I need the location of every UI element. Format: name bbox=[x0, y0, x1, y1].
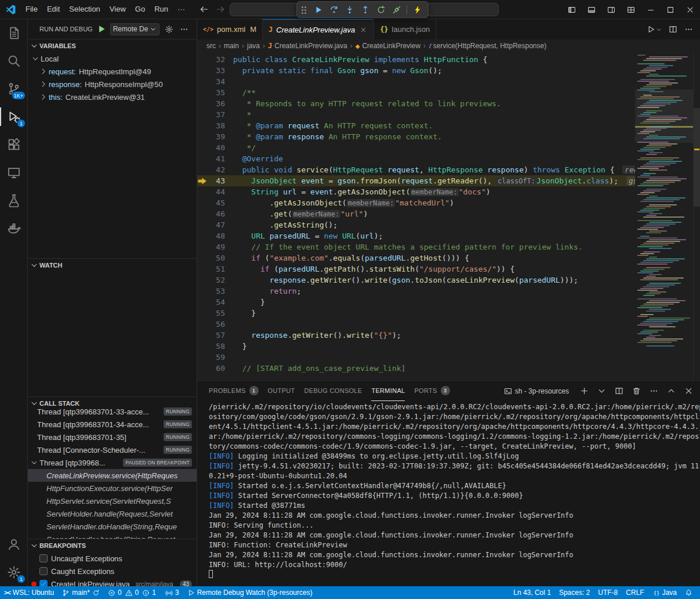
split-editor-button[interactable] bbox=[669, 25, 677, 34]
breadcrumb-item[interactable]: ◆CreateLinkPreview bbox=[356, 42, 420, 50]
toggle-secondary-sidebar-button[interactable] bbox=[601, 0, 621, 19]
breadcrumb-item[interactable]: java bbox=[247, 42, 260, 50]
status-cursor-position[interactable]: Ln 43, Col 1 bbox=[509, 586, 555, 599]
tab-launch.json[interactable]: {}launch.json bbox=[374, 19, 436, 39]
stack-frame[interactable]: ScopedHandler.handle(String,Request bbox=[28, 533, 197, 539]
split-terminal-button[interactable] bbox=[613, 385, 625, 397]
code-line-34[interactable]: 34 bbox=[197, 76, 635, 87]
breakpoints-section-header[interactable]: BREAKPOINTS bbox=[28, 539, 197, 552]
status-branch[interactable]: main* bbox=[58, 586, 104, 599]
code-line-57[interactable]: 57 response.getWriter().write("{}"); bbox=[197, 330, 635, 341]
code-line-58[interactable]: 58 } bbox=[197, 341, 635, 352]
stack-frame[interactable]: HttpServlet.service(ServletRequest,S bbox=[28, 495, 197, 507]
code-line-55[interactable]: 55 } bbox=[197, 308, 635, 319]
status-notifications[interactable] bbox=[681, 586, 697, 599]
breadcrumb-item[interactable]: fservice(HttpRequest, HttpResponse) bbox=[429, 42, 546, 50]
breadcrumb-item[interactable]: JCreateLinkPreview.java bbox=[268, 42, 347, 50]
code-line-38[interactable]: 38 * @param request An HTTP request cont… bbox=[197, 120, 635, 131]
variable-row[interactable]: response:HttpResponseImpl@50 bbox=[28, 78, 197, 91]
new-terminal-button[interactable] bbox=[578, 385, 590, 397]
line-number[interactable]: 52 bbox=[208, 275, 225, 286]
back-button[interactable] bbox=[198, 3, 211, 16]
code-line-44[interactable]: 44 String url = event.getAsJsonObject(me… bbox=[197, 186, 635, 197]
variable-row[interactable]: request:HttpRequestImpl@49 bbox=[28, 65, 197, 78]
stack-frame[interactable]: HttpFunctionExecutor.service(HttpSer bbox=[28, 482, 197, 495]
tab-pom.xml[interactable]: </>pom.xmlM bbox=[197, 19, 263, 39]
breadcrumb-item[interactable]: main bbox=[224, 42, 239, 50]
run-or-debug-button[interactable] bbox=[647, 25, 662, 34]
terminal-profile-dropdown-button[interactable] bbox=[596, 385, 607, 397]
status-debug-session[interactable]: Remote Debug Watch (3p-resources) bbox=[183, 586, 317, 599]
status-remote[interactable]: ><WSL: Ubuntu bbox=[0, 586, 58, 599]
terminal-output[interactable]: /pierrick/.m2/repository/io/cloudevents/… bbox=[197, 401, 700, 586]
variable-row[interactable]: this:CreateLinkPreview@31 bbox=[28, 91, 197, 103]
breakpoint-checkbox[interactable] bbox=[39, 580, 48, 586]
activitybar-extensions[interactable] bbox=[0, 131, 27, 158]
line-number[interactable]: 51 bbox=[208, 264, 225, 275]
line-number[interactable]: 38 bbox=[208, 120, 225, 131]
customize-layout-button[interactable] bbox=[621, 0, 641, 19]
terminal-instance[interactable]: sh - 3p-resources bbox=[504, 387, 569, 395]
start-debugging-button[interactable] bbox=[96, 24, 107, 34]
minimap[interactable] bbox=[635, 52, 693, 380]
more-panel-actions-button[interactable] bbox=[648, 385, 659, 397]
status-problems[interactable]: 001 bbox=[104, 586, 161, 599]
call-stack-thread[interactable]: Thread [qtp399683701-33-acce...RUNNING bbox=[28, 405, 197, 418]
menu-selection[interactable]: Selection bbox=[64, 2, 104, 16]
debug-current-line-arrow-icon[interactable] bbox=[197, 176, 208, 186]
menu-overflow[interactable]: ··· bbox=[173, 2, 190, 16]
menu-file[interactable]: File bbox=[21, 2, 42, 16]
panel-tab-output[interactable]: OUTPUT bbox=[268, 381, 295, 401]
code-line-50[interactable]: 50 if ("example.com".equals(parsedURL.ge… bbox=[197, 252, 635, 264]
line-number[interactable]: 57 bbox=[208, 330, 225, 341]
status-encoding[interactable]: UTF-8 bbox=[594, 586, 622, 599]
step-out-button[interactable] bbox=[358, 2, 372, 17]
line-number[interactable]: 39 bbox=[208, 131, 225, 142]
status-eol[interactable]: CRLF bbox=[622, 586, 648, 599]
more-editor-actions-button[interactable] bbox=[684, 25, 693, 34]
breakpoint-checkbox[interactable] bbox=[39, 554, 48, 562]
stack-frame[interactable]: ServletHolder.handle(Request,Servlet bbox=[28, 507, 197, 520]
breadcrumb-item[interactable]: src bbox=[206, 42, 216, 50]
line-number[interactable]: 46 bbox=[208, 208, 225, 219]
close-panel-button[interactable] bbox=[683, 385, 694, 397]
drag-handle-icon[interactable] bbox=[300, 6, 307, 14]
breakpoint-row[interactable]: CreateLinkPreview.javasrc/main/java43 bbox=[28, 578, 197, 586]
code-line-39[interactable]: 39 * @param response An HTTP response co… bbox=[197, 131, 635, 142]
code-line-51[interactable]: 51 if (parsedURL.getPath().startsWith("/… bbox=[197, 264, 635, 275]
line-number[interactable]: 42 bbox=[208, 164, 225, 175]
code-line-47[interactable]: 47 .getAsString(); bbox=[197, 219, 635, 230]
activitybar-docker[interactable] bbox=[0, 214, 27, 242]
line-number[interactable]: 45 bbox=[208, 197, 225, 208]
line-number[interactable]: 54 bbox=[208, 297, 225, 308]
code-line-45[interactable]: 45 .getAsJsonObject(memberName:"matchedU… bbox=[197, 197, 635, 208]
call-stack-thread[interactable]: Thread [qtp399683701-34-acce...RUNNING bbox=[28, 418, 197, 431]
line-number[interactable]: 56 bbox=[208, 319, 225, 330]
watch-section-header[interactable]: WATCH bbox=[28, 259, 197, 272]
line-number[interactable]: 40 bbox=[208, 142, 225, 153]
code-line-60[interactable]: 60 // [START add_ons_case_preview_link] bbox=[197, 363, 635, 374]
code-line-53[interactable]: 53 return; bbox=[197, 286, 635, 297]
toggle-primary-sidebar-button[interactable] bbox=[562, 0, 582, 19]
debug-config-select[interactable]: Remote De bbox=[110, 23, 160, 35]
line-number[interactable]: 49 bbox=[208, 241, 225, 252]
code-line-49[interactable]: 49 // If the event object URL matches a … bbox=[197, 241, 635, 252]
activitybar-explorer[interactable] bbox=[0, 19, 27, 47]
step-over-button[interactable] bbox=[327, 2, 341, 17]
stack-frame[interactable]: ServletHandler.doHandle(String,Reque bbox=[28, 520, 197, 533]
panel-tab-problems[interactable]: PROBLEMS1 bbox=[209, 381, 259, 401]
status-language-mode[interactable]: {}Java bbox=[648, 586, 681, 599]
breakpoint-row[interactable]: Uncaught Exceptions bbox=[28, 552, 197, 565]
line-number[interactable]: 55 bbox=[208, 308, 225, 319]
code-line-32[interactable]: 32public class CreateLinkPreview impleme… bbox=[197, 54, 635, 65]
activitybar-run-and-debug[interactable]: 1 bbox=[0, 103, 27, 131]
variables-section-header[interactable]: VARIABLES bbox=[28, 39, 197, 52]
line-number[interactable]: 37 bbox=[208, 109, 225, 120]
kill-terminal-button[interactable] bbox=[630, 385, 642, 397]
breakpoint-row[interactable]: Caught Exceptions bbox=[28, 565, 197, 578]
menu-edit[interactable]: Edit bbox=[42, 2, 64, 16]
panel-tab-ports[interactable]: PORTS3 bbox=[414, 381, 449, 401]
line-number[interactable]: 59 bbox=[208, 352, 225, 363]
status-indentation[interactable]: Spaces: 2 bbox=[555, 586, 594, 599]
panel-tab-terminal[interactable]: TERMINAL bbox=[371, 381, 405, 401]
